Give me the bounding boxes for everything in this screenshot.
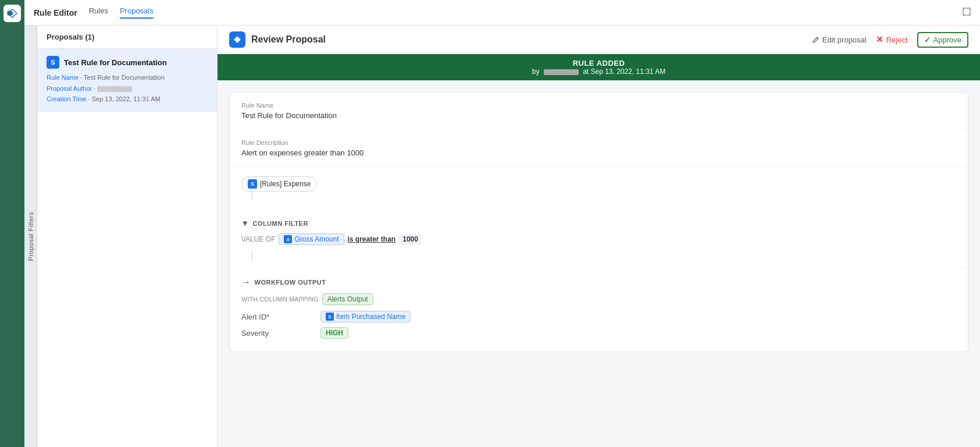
- proposals-filter-label: Proposal Filters: [27, 212, 34, 261]
- proposal-item-name: Test Rule for Documentation: [64, 58, 167, 67]
- filter-row: VALUE OF S Gross Amount is greater than …: [241, 233, 956, 245]
- connector-line-2: [252, 251, 252, 260]
- rule-tag-box: S [Rules] Expense: [230, 167, 968, 211]
- alert-id-field: Alert ID* S Item Purchased Name: [241, 311, 956, 322]
- item-purchased-badge: S Item Purchased Name: [320, 311, 411, 322]
- workflow-output-section: → WORKFLOW OUTPUT WITH COLUMN MAPPING Al…: [230, 269, 968, 352]
- review-body: Rule Name Test Rule for Documentation Ru…: [218, 80, 980, 447]
- content-row: Proposal Filters Proposals (1) S Test Ru…: [24, 26, 980, 447]
- rule-added-banner: RULE ADDED by at Sep 13, 2022, 11:31 AM: [218, 54, 980, 80]
- main-content: Rule Editor Rules Proposals Proposal Fil…: [24, 0, 980, 447]
- svg-point-1: [11, 12, 13, 15]
- rule-desc-field-label: Rule Description: [241, 139, 956, 146]
- severity-label: Severity: [241, 329, 311, 338]
- banner-title: RULE ADDED: [227, 59, 971, 68]
- proposal-meta: Rule Name · Test Rule for Documentation …: [47, 72, 208, 105]
- proposal-item-header: S Test Rule for Documentation: [47, 56, 208, 69]
- reject-button[interactable]: ✕ Reject: [876, 34, 908, 45]
- rule-tag-label: [Rules] Expense: [260, 180, 311, 188]
- nav-link-proposals[interactable]: Proposals: [120, 6, 154, 19]
- column-filter-title: ▼ COLUMN FILTER: [241, 219, 956, 228]
- review-panel: Review Proposal Edit proposal ✕ Reject ✓…: [218, 26, 980, 447]
- workflow-title: → WORKFLOW OUTPUT: [241, 277, 956, 288]
- gross-amount-badge: S Gross Amount: [279, 233, 344, 245]
- rule-name-label: Rule Name: [47, 74, 79, 81]
- rule-desc-field: Rule Description Alert on expenses great…: [230, 130, 968, 167]
- author-label: Proposal Author: [47, 85, 92, 92]
- filter-badge-icon: S: [284, 235, 292, 243]
- severity-field: Severity HIGH: [241, 327, 956, 339]
- approve-button[interactable]: ✓ Approve: [917, 32, 968, 48]
- filter-operator: is greater than: [348, 235, 396, 243]
- filter-icon: ▼: [241, 219, 249, 228]
- review-section: Rule Name Test Rule for Documentation Ru…: [229, 92, 968, 352]
- banner-meta: by at Sep 13, 2022, 11:31 AM: [227, 68, 971, 76]
- rule-name-field-value: Test Rule for Documentation: [241, 111, 956, 120]
- creation-value: Sep 13, 2022, 11:31 AM: [92, 95, 161, 102]
- edit-proposal-button[interactable]: Edit proposal: [812, 36, 867, 44]
- rule-name-field-label: Rule Name: [241, 102, 956, 109]
- rule-desc-field-value: Alert on expenses greater than 1000: [241, 148, 956, 157]
- severity-value: HIGH: [320, 327, 348, 339]
- review-header: Review Proposal Edit proposal ✕ Reject ✓…: [218, 26, 980, 54]
- expand-icon[interactable]: [963, 8, 971, 17]
- filter-value: 1000: [399, 234, 422, 244]
- app-title: Rule Editor: [34, 8, 77, 17]
- author-redacted: [97, 86, 132, 92]
- nav-link-rules[interactable]: Rules: [89, 6, 108, 19]
- column-filter-section: ▼ COLUMN FILTER VALUE OF S Gross Amount …: [230, 211, 968, 269]
- alert-id-label: Alert ID*: [241, 313, 311, 321]
- arrow-right-icon: →: [241, 277, 251, 288]
- app-sidebar: [0, 0, 24, 447]
- banner-author-redacted: [544, 69, 579, 75]
- proposals-panel: Proposals (1) S Test Rule for Documentat…: [37, 26, 218, 447]
- creation-label: Creation Time: [47, 95, 86, 102]
- proposals-header: Proposals (1): [37, 26, 217, 49]
- top-nav: Rule Editor Rules Proposals: [24, 0, 980, 26]
- connector-line: [252, 191, 252, 201]
- app-logo-icon: [3, 5, 21, 22]
- proposal-item[interactable]: S Test Rule for Documentation Rule Name …: [37, 49, 217, 112]
- nav-links: Rules Proposals: [89, 6, 154, 19]
- review-actions: Edit proposal ✕ Reject ✓ Approve: [812, 32, 968, 48]
- rule-tag: S [Rules] Expense: [241, 176, 317, 191]
- mapping-label: WITH COLUMN MAPPING: [241, 296, 319, 303]
- review-header-icon: [229, 31, 245, 48]
- alert-id-value: S Item Purchased Name: [320, 311, 411, 322]
- mapping-row: WITH COLUMN MAPPING Alerts Output: [241, 293, 956, 305]
- severity-badge: HIGH: [320, 327, 348, 339]
- value-of-label: VALUE OF: [241, 235, 275, 243]
- item-purchased-badge-icon: S: [326, 313, 334, 321]
- review-title: Review Proposal: [251, 34, 812, 45]
- mapping-badge: Alerts Output: [322, 293, 373, 305]
- rule-name-value: Test Rule for Documentation: [84, 74, 165, 81]
- rule-name-field: Rule Name Test Rule for Documentation: [230, 93, 968, 130]
- proposal-item-icon: S: [47, 56, 59, 69]
- rule-tag-icon: S: [248, 179, 257, 189]
- proposals-filter-sidebar[interactable]: Proposal Filters: [24, 26, 37, 447]
